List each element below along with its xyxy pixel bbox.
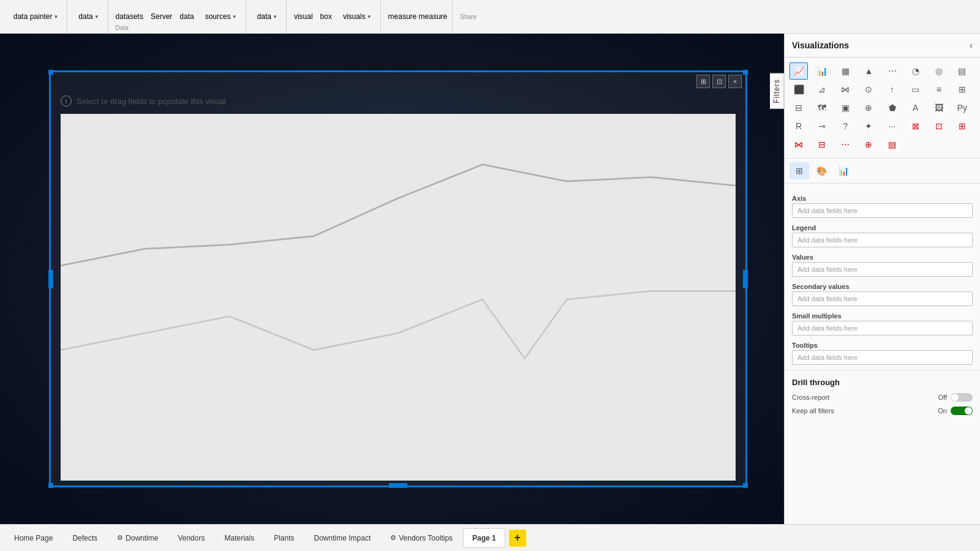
- visual-header: ⊞ ⊡ ×: [51, 72, 745, 91]
- keep-filters-toggle-container: On: [938, 407, 973, 415]
- viz-icon-map[interactable]: 🗺: [813, 99, 831, 116]
- viz-icon-python[interactable]: Py: [953, 99, 971, 116]
- viz-icon-pie[interactable]: ◔: [907, 62, 925, 80]
- viz-icon-matrix[interactable]: ⊟: [790, 99, 808, 116]
- viz-icon-donut[interactable]: ◎: [930, 62, 948, 80]
- resize-handle-bl[interactable]: [48, 483, 53, 488]
- resize-handle-br[interactable]: [743, 483, 748, 488]
- viz-icon-custom3[interactable]: ⊞: [953, 118, 971, 135]
- field-well-tooltips-input[interactable]: Add data fields here: [792, 350, 973, 365]
- viz-icon-area[interactable]: ▲: [859, 62, 878, 80]
- viz-panel-tabs: ⊞ 🎨 📊: [785, 159, 980, 184]
- viz-icon-image[interactable]: 🖼: [930, 99, 948, 116]
- tab-vendors-tooltips[interactable]: ⚙ Vendors Tooltips: [381, 528, 462, 548]
- resize-handle-tr[interactable]: [743, 70, 748, 75]
- tab-materials[interactable]: Materials: [215, 528, 263, 548]
- viz-icon-more[interactable]: ···: [883, 118, 902, 135]
- tab-page1[interactable]: Page 1: [463, 528, 505, 548]
- viz-tab-format[interactable]: 🎨: [812, 162, 831, 179]
- tab-home-page[interactable]: Home Page: [5, 528, 62, 548]
- viz-icon-custom5[interactable]: ⊟: [813, 136, 831, 153]
- visual-more-btn[interactable]: ×: [728, 75, 742, 88]
- viz-tab-analytics[interactable]: 📊: [834, 162, 853, 179]
- panel-title: Visualizations: [792, 40, 849, 50]
- canvas-area: ⊞ ⊡ × i Select or drag fields to populat…: [0, 34, 784, 524]
- toolbar-item-visuals[interactable]: visuals ▼: [339, 11, 375, 22]
- toolbar-item-data[interactable]: data ▼: [75, 11, 102, 22]
- toolbar-section-data: Data: [116, 24, 129, 31]
- toolbar-section-share-label: Share: [460, 13, 477, 20]
- toolbar-item-server[interactable]: Server: [151, 12, 172, 21]
- cross-report-label: Cross-report: [792, 394, 829, 401]
- panel-close-btn[interactable]: ‹: [970, 40, 973, 51]
- field-well-legend-input[interactable]: Add data fields here: [792, 233, 973, 247]
- drill-through-title: Drill through: [792, 378, 973, 387]
- toolbar-group-queries: data ▼: [249, 0, 287, 33]
- tab-downtime-label: Downtime: [126, 534, 158, 542]
- field-well-values-input[interactable]: Add data fields here: [792, 262, 973, 277]
- viz-icon-custom7[interactable]: ⊕: [859, 136, 878, 153]
- toolbar-item-datasets[interactable]: datasets: [116, 12, 143, 21]
- field-well-small-multiples-input[interactable]: Add data fields here: [792, 321, 973, 335]
- viz-tab-build[interactable]: ⊞: [790, 162, 809, 179]
- keep-filters-toggle[interactable]: [951, 407, 973, 415]
- toolbar-item-visual[interactable]: visual: [294, 12, 313, 21]
- toolbar-item-label: data painter: [13, 12, 52, 21]
- field-well-axis-label: Axis: [792, 195, 973, 202]
- viz-icon-r[interactable]: R: [790, 118, 808, 135]
- viz-icon-waterfall[interactable]: ⬛: [790, 81, 808, 98]
- viz-icon-custom1[interactable]: ⊠: [907, 118, 925, 135]
- viz-icon-line[interactable]: 📈: [790, 62, 808, 80]
- viz-icon-ribbon[interactable]: ⋈: [836, 81, 854, 98]
- viz-icon-smart[interactable]: ✦: [859, 118, 878, 135]
- resize-handle-right[interactable]: [743, 270, 748, 288]
- tab-defects[interactable]: Defects: [63, 528, 107, 548]
- resize-handle-tl[interactable]: [48, 70, 53, 75]
- field-well-tooltips-label: Tooltips: [792, 342, 973, 349]
- tab-home-page-label: Home Page: [14, 534, 53, 542]
- viz-icon-qna[interactable]: ?: [836, 118, 854, 135]
- visual-filter-btn[interactable]: ⊞: [696, 75, 710, 88]
- viz-icon-filled-map[interactable]: ▣: [836, 99, 854, 116]
- tab-vendors[interactable]: Vendors: [168, 528, 214, 548]
- viz-icon-multirow[interactable]: ≡: [930, 81, 948, 98]
- viz-icon-custom6[interactable]: ⋯: [836, 136, 854, 153]
- viz-icon-table[interactable]: ⊞: [953, 81, 971, 98]
- viz-icon-custom4[interactable]: ⋈: [790, 136, 808, 153]
- viz-icon-bar[interactable]: 📊: [813, 62, 831, 80]
- viz-icon-card[interactable]: ▭: [907, 81, 925, 98]
- tab-plants[interactable]: Plants: [265, 528, 303, 548]
- field-well-secondary-input[interactable]: Add data fields here: [792, 291, 973, 306]
- viz-icon-gauge[interactable]: ⊙: [859, 81, 878, 98]
- viz-icon-custom2[interactable]: ⊡: [930, 118, 948, 135]
- viz-icon-shape-map[interactable]: ⬟: [883, 99, 902, 116]
- tab-downtime-icon: ⚙: [117, 534, 123, 542]
- viz-icon-kpi[interactable]: ↑: [883, 81, 902, 98]
- toolbar-item-measure[interactable]: measure measure: [388, 12, 448, 21]
- visual-focus-btn[interactable]: ⊡: [712, 75, 726, 88]
- viz-icon-column[interactable]: ▦: [836, 62, 854, 80]
- visual-hint: i Select or drag fields to populate this…: [61, 96, 736, 107]
- visual-container[interactable]: ⊞ ⊡ × i Select or drag fields to populat…: [49, 70, 747, 487]
- toolbar-item-sources[interactable]: sources ▼: [202, 11, 241, 22]
- cross-report-toggle[interactable]: [951, 393, 973, 402]
- toolbar-item-data-painter[interactable]: data painter ▼: [10, 11, 62, 22]
- field-well-axis-input[interactable]: Add data fields here: [792, 203, 973, 218]
- viz-icon-text[interactable]: A: [907, 99, 925, 116]
- tab-downtime[interactable]: ⚙ Downtime: [108, 528, 167, 548]
- toolbar-item-data3[interactable]: data: [179, 12, 194, 21]
- panel-header: Visualizations ‹: [785, 34, 980, 58]
- resize-handle-left[interactable]: [48, 270, 53, 288]
- toolbar-item-box[interactable]: box: [320, 12, 332, 21]
- viz-icon-scatter[interactable]: ⋯: [883, 62, 902, 80]
- filters-tab[interactable]: Filters: [770, 73, 784, 109]
- viz-icon-decomp[interactable]: ⊸: [813, 118, 831, 135]
- viz-icon-treemap[interactable]: ▤: [953, 62, 971, 80]
- viz-icon-funnel[interactable]: ⊿: [813, 81, 831, 98]
- toolbar-item-data-queries[interactable]: data ▼: [254, 11, 281, 22]
- viz-icon-custom8[interactable]: ▤: [883, 136, 902, 153]
- resize-handle-bottom[interactable]: [389, 483, 407, 488]
- add-page-btn[interactable]: +: [509, 530, 526, 547]
- tab-downtime-impact[interactable]: Downtime Impact: [305, 528, 380, 548]
- viz-icon-azure-map[interactable]: ⊕: [859, 99, 878, 116]
